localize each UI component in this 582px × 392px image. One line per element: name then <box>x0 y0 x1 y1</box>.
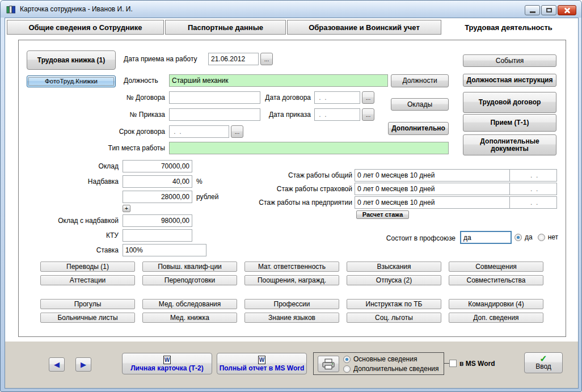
positions-button[interactable]: Должности <box>391 74 449 87</box>
arrow-left-icon: ◀ <box>54 361 60 368</box>
additional-info-label: Дополнительные сведения <box>353 365 438 373</box>
checkmark-icon: ✓ <box>539 355 547 363</box>
penalties-button[interactable]: Взыскания <box>347 262 441 272</box>
main-info-radio-row: Основные сведения <box>343 355 417 363</box>
transfers-button[interactable]: Переводы (1) <box>40 262 135 272</box>
contract-date-input[interactable] <box>314 91 360 104</box>
bonus-rub-input[interactable] <box>123 191 192 203</box>
tab-education-military[interactable]: Образование и Воинский учет <box>287 20 441 35</box>
contract-date-browse-button[interactable]: ... <box>362 91 374 104</box>
languages-button[interactable]: Знание языков <box>244 313 339 323</box>
rate-input[interactable] <box>123 244 206 256</box>
experience-company-value[interactable] <box>355 196 510 209</box>
prev-record-button[interactable]: ◀ <box>49 357 65 372</box>
app-books-icon <box>6 5 16 14</box>
position-input[interactable] <box>169 74 388 87</box>
labor-activity-panel: Трудовая книжка (1) ФотоТруд.Книжки Дата… <box>18 40 566 337</box>
tab-labor-activity[interactable]: Трудовая деятельность <box>442 20 575 35</box>
medical-book-button[interactable]: Мед. книжка <box>142 313 237 323</box>
labor-contract-button[interactable]: Трудовой договор <box>463 92 556 113</box>
union-input[interactable] <box>460 231 512 244</box>
events-button[interactable]: События <box>463 54 556 67</box>
photo-workbook-button[interactable]: ФотоТруд.Книжки <box>27 75 116 87</box>
job-instruction-button[interactable]: Должностная инструкция <box>463 74 556 87</box>
full-report-word-button[interactable]: W Полный отчет в MS Word <box>217 353 307 374</box>
union-label: Состоит в профсоюзе <box>336 234 456 243</box>
ms-word-checkbox-label: в MS Word <box>459 360 495 368</box>
qualification-upgrade-button[interactable]: Повыш. квалиф-ции <box>142 262 237 272</box>
bonus-pct-input[interactable] <box>123 175 192 188</box>
additional-button[interactable]: Дополнительно <box>388 122 449 135</box>
hiring-t1-button[interactable]: Прием (Т-1) <box>463 114 556 132</box>
vacations-button[interactable]: Отпуска (2) <box>347 275 441 285</box>
social-benefits-button[interactable]: Соц. льготы <box>347 313 441 323</box>
workplace-type-label: Тип места работы <box>53 144 165 153</box>
contract-term-input[interactable] <box>169 125 229 138</box>
word-doc-icon: W <box>163 356 171 364</box>
plus-button[interactable]: + <box>123 205 130 212</box>
tab-general-info[interactable]: Общие сведения о Сотруднике <box>7 20 164 35</box>
additional-docs-button[interactable]: Дополнительные документы <box>463 134 556 155</box>
union-radio-group: да нет <box>514 233 558 241</box>
medical-exams-button[interactable]: Мед. обследования <box>142 299 237 309</box>
experience-company-label: Стаж работы на предприятии <box>234 199 352 207</box>
absences-button[interactable]: Прогулы <box>40 299 135 309</box>
tab-passport-data[interactable]: Паспортные данные <box>165 20 286 35</box>
retraining-button[interactable]: Переподготовки <box>142 275 237 285</box>
group-connector-line <box>444 363 449 364</box>
employee-card-window: Карточка сотрудника - Иванов И. И. Общие… <box>0 0 582 392</box>
maximize-button[interactable] <box>541 5 556 15</box>
experience-insurance-date[interactable] <box>509 183 557 195</box>
rewards-button[interactable]: Поощрения, награжд. <box>244 275 339 285</box>
combined-positions-button[interactable]: Совмещения <box>449 262 543 272</box>
minimize-button[interactable] <box>525 5 540 15</box>
experience-total-value[interactable] <box>355 169 510 182</box>
business-trips-button[interactable]: Командировки (4) <box>449 299 543 309</box>
secondary-jobs-button[interactable]: Совместительства <box>449 275 543 285</box>
order-date-input[interactable] <box>314 108 360 121</box>
position-label: Должность <box>124 77 158 85</box>
experience-company-date[interactable] <box>509 196 557 209</box>
hire-date-label: Дата приема на работу <box>124 55 197 64</box>
minimize-icon <box>530 11 535 13</box>
union-no-radio[interactable] <box>538 234 545 241</box>
additional-info-button[interactable]: Доп. сведения <box>449 313 543 323</box>
union-no-label: нет <box>548 233 558 241</box>
ktu-input[interactable] <box>123 229 192 242</box>
workbook-button[interactable]: Трудовая книжка (1) <box>27 50 116 70</box>
calc-experience-button[interactable]: Расчет стажа <box>356 210 409 219</box>
rubles-unit-label: рублей <box>196 193 218 201</box>
ms-word-checkbox[interactable] <box>449 360 457 367</box>
oklad-total-label: Оклад с надбавкой <box>33 217 119 225</box>
close-button[interactable] <box>558 5 576 15</box>
workplace-type-input[interactable] <box>169 142 449 154</box>
next-record-button[interactable]: ▶ <box>75 357 91 372</box>
oklad-input[interactable] <box>123 160 192 172</box>
personal-card-t2-button[interactable]: W Личная карточка (Т-2) <box>122 353 212 374</box>
salaries-button[interactable]: Оклады <box>391 98 449 111</box>
professions-button[interactable]: Профессии <box>244 299 339 309</box>
additional-info-radio[interactable] <box>343 365 351 373</box>
print-button[interactable] <box>318 356 339 372</box>
enter-button[interactable]: ✓ Ввод <box>524 352 563 373</box>
contract-term-browse-button[interactable]: ... <box>231 125 243 138</box>
bonus-label: Надбавка <box>33 178 119 186</box>
attestations-button[interactable]: Аттестации <box>40 275 135 285</box>
material-responsibility-button[interactable]: Мат. ответственность <box>244 262 339 272</box>
contract-term-label: Срок договора <box>53 128 165 136</box>
hire-date-input[interactable] <box>208 53 259 65</box>
printer-icon <box>322 359 335 370</box>
experience-insurance-value[interactable] <box>355 183 510 195</box>
order-no-label: № Приказа <box>53 111 165 119</box>
safety-training-button[interactable]: Инструктаж по ТБ <box>347 299 441 309</box>
order-date-browse-button[interactable]: ... <box>362 108 374 121</box>
main-info-radio[interactable] <box>343 356 351 363</box>
experience-total-date[interactable] <box>509 169 557 182</box>
union-yes-radio[interactable] <box>514 234 522 241</box>
sick-leaves-button[interactable]: Больничные листы <box>40 313 135 323</box>
experience-insurance-label: Стаж работы страховой <box>234 185 352 193</box>
print-options-group: Основные сведения Дополнительные сведени… <box>313 352 444 375</box>
oklad-total-input[interactable] <box>123 214 192 227</box>
contract-date-label: Дата договора <box>229 94 311 102</box>
hire-date-browse-button[interactable]: ... <box>260 53 273 65</box>
